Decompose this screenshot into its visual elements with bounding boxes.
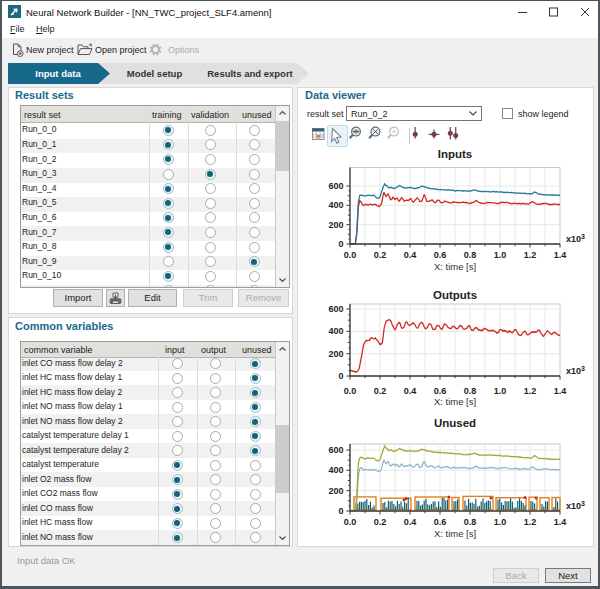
- svg-text:1.0: 1.0: [494, 386, 507, 396]
- svg-text:0.6: 0.6: [434, 250, 447, 260]
- svg-text:0.4: 0.4: [404, 517, 417, 527]
- svg-text:600: 600: [328, 445, 343, 455]
- svg-text:Outputs: Outputs: [433, 289, 477, 301]
- svg-text:x103: x103: [566, 233, 585, 244]
- svg-text:0.8: 0.8: [464, 517, 477, 527]
- svg-text:Inputs: Inputs: [438, 148, 473, 160]
- svg-text:0.6: 0.6: [434, 517, 447, 527]
- svg-text:0.2: 0.2: [374, 250, 387, 260]
- svg-text:X: time [s]: X: time [s]: [434, 261, 476, 272]
- svg-text:1.2: 1.2: [524, 386, 537, 396]
- svg-text:X: time [s]: X: time [s]: [434, 528, 476, 539]
- svg-text:1.4: 1.4: [554, 250, 567, 260]
- svg-text:1.0: 1.0: [494, 517, 507, 527]
- svg-text:600: 600: [328, 304, 343, 314]
- svg-text:1.2: 1.2: [524, 250, 537, 260]
- svg-text:0.8: 0.8: [464, 386, 477, 396]
- svg-text:X: time [s]: X: time [s]: [434, 396, 476, 407]
- svg-text:0.0: 0.0: [344, 250, 357, 260]
- svg-text:x103: x103: [566, 500, 585, 511]
- svg-text:1.4: 1.4: [554, 517, 567, 527]
- svg-text:0.0: 0.0: [344, 517, 357, 527]
- svg-text:400: 400: [328, 465, 343, 475]
- svg-text:0.2: 0.2: [374, 386, 387, 396]
- svg-text:0: 0: [338, 371, 343, 381]
- svg-text:400: 400: [328, 326, 343, 336]
- svg-text:1.0: 1.0: [494, 250, 507, 260]
- svg-text:200: 200: [328, 220, 343, 230]
- svg-text:0.6: 0.6: [434, 386, 447, 396]
- svg-text:0: 0: [338, 239, 343, 249]
- svg-text:1.2: 1.2: [524, 517, 537, 527]
- svg-text:600: 600: [328, 181, 343, 191]
- svg-text:0.8: 0.8: [464, 250, 477, 260]
- svg-text:0.4: 0.4: [404, 250, 417, 260]
- svg-text:400: 400: [328, 200, 343, 210]
- svg-text:x103: x103: [566, 365, 585, 376]
- svg-text:200: 200: [328, 486, 343, 496]
- svg-text:0.2: 0.2: [374, 517, 387, 527]
- svg-text:0: 0: [338, 506, 343, 516]
- svg-text:1.4: 1.4: [554, 386, 567, 396]
- svg-text:0.0: 0.0: [344, 386, 357, 396]
- svg-text:0.4: 0.4: [404, 386, 417, 396]
- svg-text:Unused: Unused: [434, 417, 476, 429]
- svg-text:200: 200: [328, 349, 343, 359]
